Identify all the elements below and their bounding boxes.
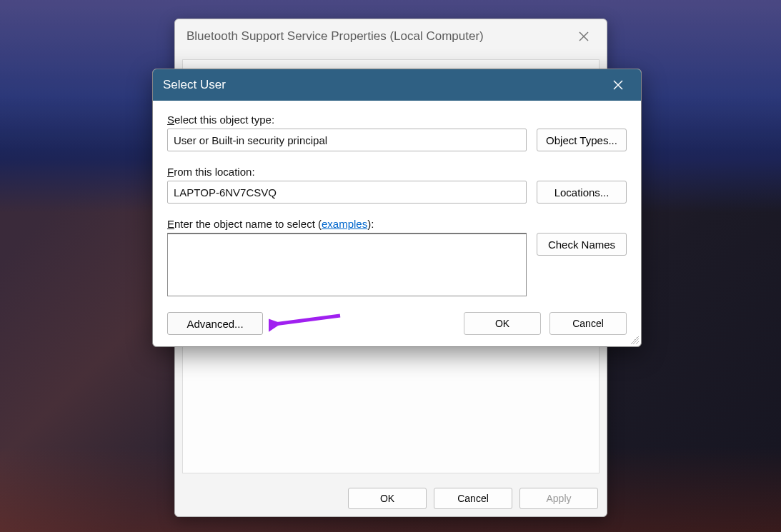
close-icon[interactable] [572,25,595,48]
location-label: From this location: [167,166,627,178]
object-type-value: User or Built-in security principal [174,134,327,146]
close-icon[interactable] [605,72,631,98]
examples-link[interactable]: examples [322,218,367,230]
location-field: LAPTOP-6NV7CSVQ [167,181,527,204]
ok-button[interactable]: OK [464,312,541,335]
advanced-button[interactable]: Advanced... [167,312,263,335]
select-user-titlebar[interactable]: Select User [153,69,641,101]
object-type-label: Select this object type: [167,114,627,126]
select-user-title: Select User [163,78,226,92]
object-name-input[interactable] [167,233,527,296]
locations-button[interactable]: Locations... [537,181,627,204]
enter-name-label: Enter the object name to select (example… [167,218,627,230]
bluetooth-properties-titlebar[interactable]: Bluetooth Support Service Properties (Lo… [175,19,607,54]
location-value: LAPTOP-6NV7CSVQ [174,186,277,199]
check-names-button[interactable]: Check Names [537,233,627,256]
select-user-dialog: Select User Select this object type: Use… [152,69,642,347]
object-type-field: User or Built-in security principal [167,129,527,151]
cancel-button[interactable]: Cancel [434,488,512,509]
bluetooth-properties-footer: OK Cancel Apply [184,488,598,509]
resize-grip-icon[interactable] [630,336,639,344]
ok-button[interactable]: OK [348,488,427,509]
apply-button: Apply [519,488,598,509]
bluetooth-properties-title: Bluetooth Support Service Properties (Lo… [186,29,484,44]
select-user-body: Select this object type: User or Built-i… [153,101,641,346]
cancel-button[interactable]: Cancel [549,312,627,335]
object-types-button[interactable]: Object Types... [537,129,627,151]
enter-name-suffix: ): [367,218,374,230]
